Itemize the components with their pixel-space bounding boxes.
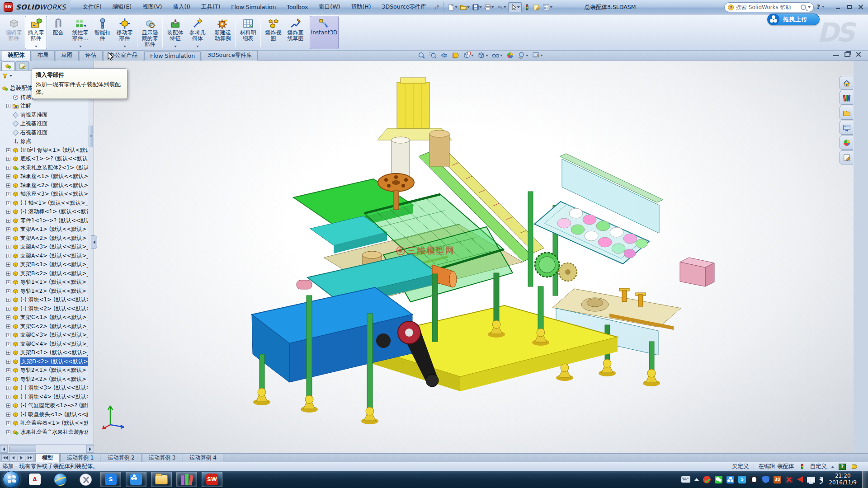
search-input[interactable]: 搜索 SolidWorks 帮助 bbox=[736, 4, 799, 11]
undo-button[interactable] bbox=[496, 3, 507, 12]
apply-scene-button[interactable] bbox=[517, 51, 529, 60]
expand-plus-icon[interactable]: + bbox=[6, 254, 10, 258]
tree-item[interactable]: +前视基准面 bbox=[0, 111, 88, 120]
tree-item[interactable]: +(固定) 骨架<1> (默认<默认> bbox=[0, 146, 88, 155]
search-magnifier-icon[interactable] bbox=[801, 5, 806, 10]
tree-item[interactable]: +支架A<1> (默认<<默认>_ bbox=[0, 225, 88, 234]
view-orientation-caret-icon[interactable] bbox=[471, 55, 474, 56]
tree-item[interactable]: +(-) 滑块<4> (默认<<默认> bbox=[0, 393, 88, 402]
search-box[interactable]: ? 搜索 SolidWorks 帮助 bbox=[724, 2, 814, 12]
tab-模型[interactable]: 模型 bbox=[35, 453, 60, 463]
prev-tab-button[interactable] bbox=[9, 454, 17, 462]
expand-plus-icon[interactable]: + bbox=[6, 333, 10, 337]
print-caret-icon[interactable] bbox=[491, 6, 494, 8]
expand-plus-icon[interactable]: + bbox=[6, 377, 10, 381]
zoom-area-button[interactable] bbox=[428, 51, 438, 60]
tree-item[interactable]: +支架D<2> (默认<<默认>_ bbox=[0, 357, 88, 366]
qq-guard-icon[interactable] bbox=[762, 476, 769, 483]
expand-plus-icon[interactable]: + bbox=[6, 166, 10, 170]
display-style-button[interactable] bbox=[476, 51, 489, 60]
tree-item[interactable]: +(-) 轴<1> (默认<<默认>_! bbox=[0, 199, 88, 208]
drag-upload-overlay[interactable]: 拖拽上传 bbox=[767, 14, 820, 25]
expand-plus-icon[interactable]: + bbox=[6, 227, 10, 231]
tree-item[interactable]: +支架B<1> (默认<<默认>_ bbox=[0, 260, 88, 269]
menu-item-8[interactable]: 帮助(H) bbox=[346, 1, 376, 13]
tree-item[interactable]: +支架A<3> (默认<<默认>_ bbox=[0, 243, 88, 252]
expand-plus-icon[interactable]: + bbox=[6, 289, 10, 293]
tree-item[interactable]: +轴承座<1> (默认<<默认> bbox=[0, 172, 88, 181]
sogou-browser-taskbar-button[interactable]: S bbox=[100, 472, 121, 487]
new-document-button[interactable] bbox=[447, 3, 458, 12]
menu-item-9[interactable]: 3DSource零件库 bbox=[377, 1, 431, 13]
expand-plus-icon[interactable]: + bbox=[6, 307, 10, 311]
expand-plus-icon[interactable]: + bbox=[6, 368, 10, 372]
view-orientation-button[interactable] bbox=[462, 51, 475, 60]
tree-item[interactable]: +右视基准面 bbox=[0, 128, 88, 137]
cut-disabled-icon[interactable] bbox=[785, 476, 793, 483]
menu-item-6[interactable]: Toolbox bbox=[282, 2, 313, 12]
expand-plus-icon[interactable]: + bbox=[6, 342, 10, 346]
baidu-netdisk-taskbar-button[interactable] bbox=[126, 472, 146, 487]
insert-component-caret-icon[interactable] bbox=[35, 46, 38, 47]
bom-button[interactable]: 材料明细表 bbox=[237, 16, 259, 49]
open-caret-icon[interactable] bbox=[467, 6, 470, 8]
expand-plus-icon[interactable]: + bbox=[6, 236, 10, 240]
instant3d-button[interactable]: Instant3D bbox=[310, 16, 339, 49]
status-caret-up-icon[interactable] bbox=[831, 466, 834, 468]
first-tab-button[interactable] bbox=[1, 454, 9, 462]
tree-item[interactable]: +上视基准面 bbox=[0, 119, 88, 128]
tree-item[interactable]: +(-) 吸盘接头<1> (默认<<默 bbox=[0, 410, 88, 419]
next-tab-button[interactable] bbox=[18, 454, 25, 462]
assembly-features-button[interactable]: 装配体特征 bbox=[164, 16, 186, 49]
exploded-view-button[interactable]: 爆炸视图 bbox=[262, 16, 284, 49]
tab-运动算例 2[interactable]: 运动算例 2 bbox=[101, 453, 141, 463]
tab-装配体[interactable]: 装配体 bbox=[2, 50, 31, 61]
show-hidden-button[interactable]: 显示隐藏的零部件 bbox=[139, 16, 161, 49]
filter-caret-icon[interactable] bbox=[9, 75, 12, 77]
tree-item[interactable]: +原点 bbox=[0, 137, 88, 146]
tab-草图[interactable]: 草图 bbox=[56, 50, 79, 61]
tree-item[interactable]: +支架C<1> (默认<<默认>_ bbox=[0, 313, 88, 322]
file-explorer-button[interactable] bbox=[840, 106, 853, 120]
restore-button[interactable] bbox=[845, 4, 853, 10]
expand-plus-icon[interactable]: + bbox=[6, 148, 10, 152]
doc-minimize-icon[interactable] bbox=[833, 52, 839, 56]
edit-appearance-button[interactable] bbox=[505, 51, 515, 60]
scrollbar-thumb[interactable] bbox=[89, 126, 93, 147]
show-desktop-button[interactable] bbox=[862, 471, 868, 488]
file-explorer-taskbar-button[interactable] bbox=[151, 472, 172, 487]
tree-item[interactable]: +(-) 滑块<1> (默认<<默认> bbox=[0, 296, 88, 305]
expand-plus-icon[interactable]: + bbox=[6, 174, 10, 178]
tree-item[interactable]: +支架B<2> (默认<<默认>_ bbox=[0, 269, 88, 278]
scroll-left-button[interactable] bbox=[0, 445, 8, 453]
design-library-button[interactable] bbox=[840, 91, 853, 105]
tab-布局[interactable]: 布局 bbox=[32, 50, 55, 61]
expand-plus-icon[interactable]: + bbox=[6, 183, 10, 188]
tree-item[interactable]: +导轨2<2> (默认<<默认>_ bbox=[0, 375, 88, 384]
tab-运动算例 1[interactable]: 运动算例 1 bbox=[60, 453, 100, 463]
tab-评估[interactable]: 评估 bbox=[80, 50, 103, 61]
expand-plus-icon[interactable]: + bbox=[6, 201, 10, 205]
volume-icon[interactable] bbox=[819, 477, 823, 482]
save-caret-icon[interactable] bbox=[479, 6, 482, 8]
apply-scene-caret-icon[interactable] bbox=[526, 55, 528, 56]
zoom-fit-button[interactable] bbox=[417, 51, 426, 60]
app-3d-icon[interactable]: 3D bbox=[774, 476, 781, 483]
menu-item-7[interactable]: 窗口(W) bbox=[314, 1, 345, 13]
expand-plus-icon[interactable]: + bbox=[6, 157, 10, 161]
scroll-right-button[interactable] bbox=[86, 445, 94, 453]
tree-item[interactable]: +轴承座<3> (默认<<默认>_ bbox=[0, 190, 88, 199]
tree-item[interactable]: +底板<1>->? (默认<<默认: bbox=[0, 155, 88, 164]
expand-plus-icon[interactable]: + bbox=[6, 192, 10, 196]
select-button[interactable] bbox=[508, 2, 522, 12]
qq-icon[interactable] bbox=[750, 476, 758, 483]
smart-fastener-button[interactable]: 智能扣件 bbox=[91, 16, 113, 49]
panel-tab-featuremanager[interactable] bbox=[1, 61, 15, 70]
move-component-button[interactable]: 移动零部件 bbox=[113, 16, 136, 49]
expand-plus-icon[interactable]: + bbox=[6, 395, 10, 399]
browser-globe-taskbar-button[interactable] bbox=[50, 472, 71, 487]
new-document-caret-icon[interactable] bbox=[455, 6, 458, 8]
expand-plus-icon[interactable]: + bbox=[6, 421, 10, 425]
hide-show-items-caret-icon[interactable] bbox=[500, 55, 503, 56]
reference-geometry-button[interactable]: 参考几何体 bbox=[186, 16, 208, 49]
